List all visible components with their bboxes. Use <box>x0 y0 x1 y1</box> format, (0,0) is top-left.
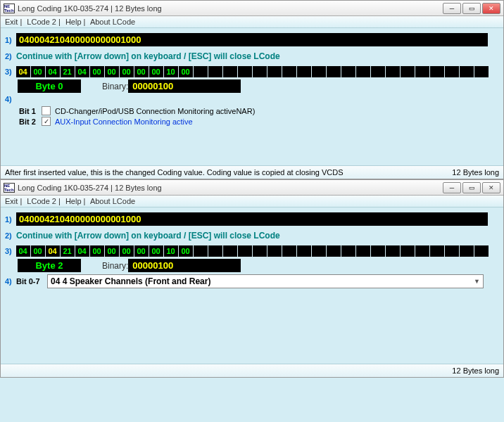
byte-cell <box>223 245 237 257</box>
byte-cell <box>401 245 415 257</box>
top-window: NE Tech Long Coding 1K0-035-274 | 12 Byt… <box>0 0 504 179</box>
bit1-checkbox[interactable] <box>42 106 51 115</box>
byte-cell[interactable]: 00 <box>149 66 163 77</box>
binary-label: Binary: <box>102 261 128 271</box>
byte-cell <box>223 66 237 77</box>
titlebar: NE Tech Long Coding 1K0-035-274 | 12 Byt… <box>1 1 503 16</box>
menubar: Exit | LCode 2 | Help | About LCode <box>1 16 503 28</box>
bit07-dropdown[interactable]: 04 4 Speaker Channels (Front and Rear) ▼ <box>47 274 484 288</box>
byte-cell <box>386 66 400 77</box>
minimize-button[interactable]: ─ <box>443 3 461 14</box>
menu-lcode2[interactable]: LCode 2 | <box>27 197 61 205</box>
byte-cell <box>474 245 489 257</box>
byte-cell[interactable]: 00 <box>134 66 149 77</box>
byte-cell <box>282 245 296 257</box>
menu-about[interactable]: About LCode <box>90 18 135 26</box>
bit2-checkbox[interactable]: ✓ <box>42 117 51 126</box>
byte-cell <box>194 245 208 257</box>
byte-cell <box>297 66 311 77</box>
maximize-button[interactable]: ▭ <box>462 3 481 14</box>
byte-cell[interactable]: 00 <box>105 245 119 257</box>
chevron-down-icon: ▼ <box>474 278 480 285</box>
byte-cell <box>253 66 267 77</box>
window-controls: ─ ▭ ✕ <box>443 182 500 193</box>
byte-cell[interactable]: 00 <box>120 66 134 77</box>
app-icon: NE Tech <box>4 4 15 13</box>
menu-help[interactable]: Help | <box>65 197 86 205</box>
close-button[interactable]: ✕ <box>482 3 500 14</box>
bit2-label: Bit 2 <box>19 117 42 126</box>
byte-cell <box>341 66 355 77</box>
byte-cell <box>401 66 415 77</box>
bit1-label: Bit 1 <box>19 107 42 115</box>
byte-cell[interactable]: 21 <box>61 245 75 257</box>
byte-cell[interactable]: 10 <box>164 66 178 77</box>
dropdown-value: 04 4 Speaker Channels (Front and Rear) <box>51 276 210 286</box>
byte-cell[interactable]: 00 <box>120 245 134 257</box>
byte-indicator: Byte 2 <box>18 259 81 272</box>
app-icon: NE Tech <box>4 183 15 193</box>
row2-label: 2) <box>5 52 16 60</box>
byte-cell <box>445 245 459 257</box>
byte-cell[interactable]: 21 <box>61 66 75 77</box>
row3-label: 3) <box>5 68 16 76</box>
byte-cell[interactable]: 04 <box>46 245 60 257</box>
byte-cell <box>460 66 474 77</box>
menu-lcode2[interactable]: LCode 2 | <box>27 18 61 26</box>
statusbar: After first inserted value, this is the … <box>1 165 503 179</box>
byte-cell <box>253 245 267 257</box>
byte-cell <box>430 66 444 77</box>
minimize-button[interactable]: ─ <box>443 182 461 193</box>
row4-label: 4) <box>5 95 16 103</box>
byte-cell[interactable]: 00 <box>179 245 193 257</box>
row1-label: 1) <box>5 36 16 44</box>
byte-cell[interactable]: 04 <box>16 66 30 77</box>
byte-cell <box>208 66 222 77</box>
window-controls: ─ ▭ ✕ <box>443 3 500 14</box>
byte-cell <box>282 66 296 77</box>
status-right: 12 Bytes long <box>452 168 499 177</box>
byte-cell[interactable]: 04 <box>75 66 89 77</box>
byte-cell <box>430 245 444 257</box>
byte-cell <box>238 245 252 257</box>
binary-value: 00000100 <box>128 259 241 272</box>
byte-array: 040004210400000000001000 <box>16 66 489 77</box>
menu-exit[interactable]: Exit | <box>5 18 22 26</box>
bottom-window: NE Tech Long Coding 1K0-035-274 | 12 Byt… <box>0 179 504 378</box>
menu-help[interactable]: Help | <box>65 18 86 26</box>
menubar: Exit | LCode 2 | Help | About LCode <box>1 196 503 207</box>
byte-cell[interactable]: 04 <box>75 245 89 257</box>
byte-cell <box>327 66 341 77</box>
byte-cell <box>371 66 385 77</box>
byte-cell[interactable]: 00 <box>31 245 45 257</box>
coding-value: 040004210400000000001000 <box>16 212 488 226</box>
byte-cell[interactable]: 00 <box>134 245 149 257</box>
row4-label: 4) <box>5 277 16 286</box>
byte-cell <box>267 245 282 257</box>
byte-cell[interactable]: 10 <box>164 245 178 257</box>
byte-cell <box>194 66 208 77</box>
byte-cell[interactable]: 04 <box>46 66 60 77</box>
byte-cell[interactable]: 00 <box>149 245 163 257</box>
byte-indicator: Byte 0 <box>18 79 81 93</box>
menu-about[interactable]: About LCode <box>90 197 135 205</box>
window-title: Long Coding 1K0-035-274 | 12 Bytes long <box>18 4 443 13</box>
byte-cell[interactable]: 00 <box>179 66 193 77</box>
byte-cell[interactable]: 00 <box>31 66 45 77</box>
maximize-button[interactable]: ▭ <box>462 182 481 193</box>
close-button[interactable]: ✕ <box>482 182 500 193</box>
byte-cell[interactable]: 04 <box>16 245 30 257</box>
status-left <box>5 366 452 375</box>
bit1-text: CD-Changer/iPod/USB Connection Monitorin… <box>55 107 255 115</box>
binary-value: 00000100 <box>128 79 241 93</box>
byte-cell[interactable]: 00 <box>90 66 104 77</box>
coding-value: 040004210400000000001000 <box>16 33 488 46</box>
byte-cell <box>238 66 252 77</box>
byte-cell[interactable]: 00 <box>90 245 104 257</box>
byte-cell[interactable]: 00 <box>105 66 119 77</box>
byte-cell <box>474 66 489 77</box>
byte-cell <box>371 245 385 257</box>
menu-exit[interactable]: Exit | <box>5 197 22 205</box>
hint-text: Continue with [Arrow down] on keyboard /… <box>16 51 280 61</box>
byte-cell <box>208 245 222 257</box>
